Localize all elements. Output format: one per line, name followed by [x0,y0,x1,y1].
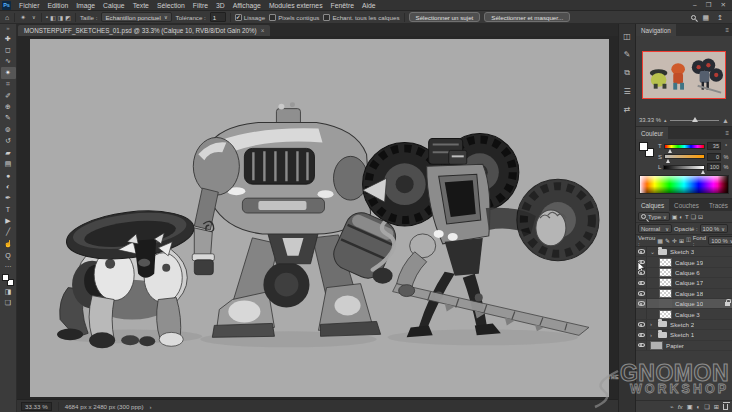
lissage-checkbox[interactable]: ✓ Lissage [235,14,265,21]
pixels-contigus-checkbox[interactable]: Pixels contigus [269,14,319,21]
intersect-selection-mode-icon[interactable]: ◩ [65,14,71,21]
delete-layer-icon[interactable] [723,404,728,410]
add-selection-mode-icon[interactable]: ◧ [50,14,56,21]
layer-row-sketch-3[interactable]: ⌄ Sketch 3 [636,247,732,257]
close-button[interactable]: ✕ [721,1,726,9]
navigator-preview[interactable] [642,51,726,99]
layer-row-calque-18[interactable]: Calque 18 [636,289,732,299]
visibility-toggle[interactable] [636,278,647,287]
character-panel-icon[interactable]: ☰ [623,87,630,96]
menu-3d[interactable]: 3D [212,2,229,9]
layer-row-calque-6[interactable]: Calque 6 [636,268,732,278]
foreground-color-swatch[interactable] [2,274,9,281]
menu-fichier[interactable]: Fichier [15,2,43,9]
visibility-toggle[interactable] [636,289,647,298]
menu-affichage[interactable]: Affichage [229,2,265,9]
workspace-icon[interactable]: ▦ [702,13,711,22]
new-selection-mode-icon[interactable]: ▪ [46,14,48,21]
menu-image[interactable]: Image [72,2,99,9]
visibility-toggle[interactable] [636,330,647,339]
menu-texte[interactable]: Texte [129,2,153,9]
pen-tool[interactable]: ✒ [1,192,16,203]
chevron-down-icon[interactable]: ∨ [31,13,37,22]
filter-adjustment-icon[interactable]: ◐ [679,214,683,220]
lock-paint-icon[interactable]: ✎ [665,237,670,244]
menu-selection[interactable]: Sélection [153,2,189,9]
share-icon[interactable]: ↥ [716,13,724,22]
navigator-zoom-slider[interactable] [670,120,720,121]
magic-wand-tool[interactable]: ✴ [1,67,16,78]
restore-button[interactable]: ❐ [706,1,712,9]
chevron-right-icon[interactable]: › [650,332,655,338]
path-select-tool[interactable]: ▶ [1,215,16,226]
dodge-tool[interactable]: ◐ [1,181,16,192]
lock-transparency-icon[interactable]: ▦ [657,237,663,244]
layer-row-calque-3-hidden[interactable]: Calque 3 [636,309,732,319]
move-tool[interactable]: ✚ [1,33,16,44]
search-icon[interactable] [691,15,696,20]
brushes-panel-icon[interactable]: ✎ [624,50,631,59]
new-group-icon[interactable]: ❏ [704,403,710,410]
navigator-zoom-value[interactable]: 33.33 % [639,117,661,123]
menu-calque[interactable]: Calque [99,2,129,9]
add-mask-icon[interactable]: ▣ [687,403,693,410]
layer-style-fx-icon[interactable]: fx [678,403,683,410]
select-subject-button[interactable]: Sélectionner un sujet [409,12,481,22]
close-tab-icon[interactable]: × [261,27,265,34]
lock-position-icon[interactable]: ✛ [672,237,677,244]
visibility-toggle[interactable] [636,309,647,318]
filter-type-icon[interactable]: T [685,214,689,220]
blend-mode-dropdown[interactable]: Normal ∨ [638,224,672,233]
layer-row-calque-10-selected[interactable]: Calque 10 [636,299,732,309]
crop-tool[interactable]: ⌗ [1,79,16,90]
panel-menu-icon[interactable]: ≡ [725,130,732,136]
document-tab[interactable]: MONSTERPUFF_SKETCHES_01.psd @ 33.3% (Cal… [18,25,270,36]
lightness-slider[interactable] [663,165,705,170]
tab-traces[interactable]: Tracés [704,199,732,211]
history-brush-tool[interactable]: ↺ [1,136,16,147]
fill-dropdown[interactable]: 100 % ∨ [708,236,732,245]
menu-aide[interactable]: Aide [358,2,380,9]
home-icon[interactable]: ⌂ [4,13,10,22]
tab-couleur[interactable]: Couleur [636,127,668,139]
lasso-tool[interactable]: ∿ [1,56,16,67]
opacity-dropdown[interactable]: 100 % ∨ [700,224,728,233]
menu-fenetre[interactable]: Fenêtre [327,2,358,9]
screen-mode-button[interactable]: ❏ [1,298,16,309]
tab-couches[interactable]: Couches [669,199,704,211]
edit-toolbar-button[interactable]: ⋯ [1,261,16,272]
clone-source-panel-icon[interactable]: ⧉ [624,68,630,78]
quick-mask-button[interactable]: ◨ [1,286,16,297]
lock-all-icon[interactable]: ⚿ [686,237,691,244]
saturation-slider[interactable] [664,154,705,159]
tab-navigation[interactable]: Navigation [636,24,676,36]
panel-color-swatches[interactable] [639,142,654,157]
hand-tool[interactable]: ☝ [1,238,16,249]
visibility-toggle[interactable] [636,247,647,256]
clone-stamp-tool[interactable]: ⊚ [1,124,16,135]
panel-menu-icon[interactable]: ≡ [725,27,732,33]
gradient-tool[interactable]: ▤ [1,158,16,169]
chevron-right-icon[interactable]: › [650,321,655,327]
new-layer-icon[interactable]: ⊞ [714,403,719,410]
tab-calques[interactable]: Calques [636,199,669,211]
blur-tool[interactable]: ● [1,170,16,181]
lock-artboard-icon[interactable]: ⊞ [679,237,684,244]
marquee-tool[interactable]: ◻ [1,44,16,55]
minimize-button[interactable]: – [693,1,697,9]
eyedropper-tool[interactable]: ✐ [1,90,16,101]
filter-shape-icon[interactable]: ❏ [691,213,696,220]
echant-tous-calques-checkbox[interactable]: Echant. tous les calques [323,14,399,21]
chevron-down-icon[interactable]: ⌄ [650,248,655,255]
status-chevron-icon[interactable]: › [150,403,152,410]
sample-size-dropdown[interactable]: Echantillon ponctuel ∨ [101,12,171,22]
properties-panel-icon[interactable]: ◫ [623,32,631,41]
layer-row-papier[interactable]: Papier [636,341,732,351]
lightness-value[interactable]: 100 [707,163,721,171]
link-layers-icon[interactable]: ⌁ [670,403,674,410]
type-tool[interactable]: T [1,204,16,215]
zoom-out-icon[interactable]: ▴ [664,117,667,123]
zoom-in-icon[interactable]: ▲ [722,117,729,124]
adjustments-panel-icon[interactable]: ⇄ [624,105,631,114]
menu-modules-externes[interactable]: Modules externes [265,2,327,9]
